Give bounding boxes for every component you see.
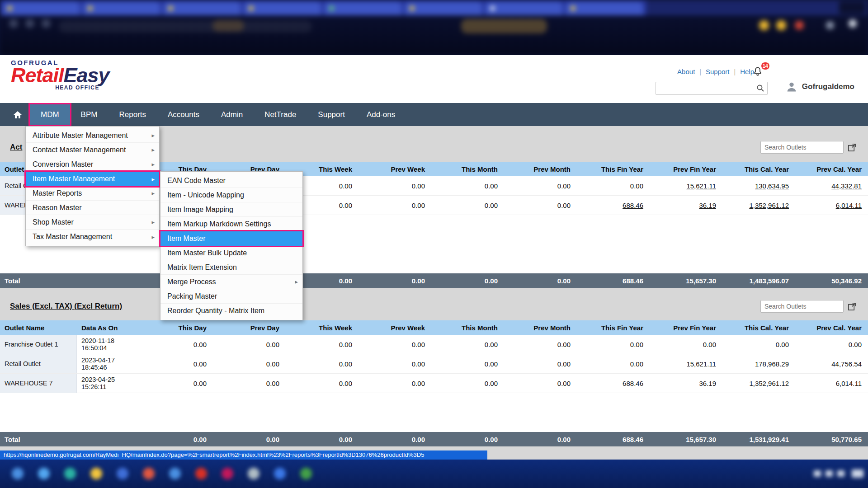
expand-icon[interactable] (848, 302, 856, 311)
toolbar-button[interactable] (826, 21, 834, 29)
column-header-this-fin-year[interactable]: This Fin Year (577, 165, 650, 173)
toolbar-button[interactable] (759, 20, 769, 30)
browser-profile-button[interactable] (839, 1, 865, 14)
nav-item-mdm[interactable]: MDM (30, 104, 70, 125)
taskbar-app-icon[interactable] (222, 468, 233, 479)
column-header-this-cal-year[interactable]: This Cal. Year (722, 324, 795, 332)
value-cell: 0.00 (431, 182, 504, 190)
nav-item-nettrade[interactable]: NetTrade (254, 104, 307, 125)
taskbar-tray-icon[interactable] (826, 470, 833, 477)
taskbar-app-icon[interactable] (38, 468, 50, 479)
value-cell[interactable]: 688.46 (577, 202, 650, 209)
menu-item-item-master-management[interactable]: Item Master Management▸ (26, 172, 159, 186)
browser-tab[interactable] (405, 2, 482, 15)
browser-tab[interactable] (244, 2, 321, 15)
menu-item-packing-master[interactable]: Packing Master (160, 289, 302, 304)
taskbar-app-icon[interactable] (90, 468, 102, 479)
browser-tab[interactable] (566, 2, 643, 15)
menu-item-attribute-master-management[interactable]: Attribute Master Management▸ (26, 128, 159, 143)
address-bar[interactable] (59, 21, 312, 33)
taskbar-tray-icon[interactable] (852, 469, 863, 478)
browser-tab[interactable] (3, 2, 80, 15)
value-cell[interactable]: 36.19 (650, 202, 722, 209)
section2-search-input[interactable] (760, 300, 844, 313)
nav-item-bpm[interactable]: BPM (70, 104, 108, 125)
nav-home-button[interactable] (5, 104, 30, 125)
nav-item-support[interactable]: Support (307, 104, 356, 125)
menu-item-master-reports[interactable]: Master Reports▸ (26, 186, 159, 201)
value-cell[interactable]: 15,621.11 (650, 182, 722, 190)
taskbar-tray-icon[interactable] (837, 470, 844, 477)
value-cell[interactable]: 6,014.11 (795, 202, 868, 209)
menu-item-conversion-master[interactable]: Conversion Master▸ (26, 157, 159, 172)
taskbar-app-icon[interactable] (169, 468, 181, 479)
toolbar-button[interactable] (849, 19, 857, 28)
browser-tab[interactable] (486, 2, 562, 15)
section1-search-input[interactable] (760, 141, 844, 154)
search-icon[interactable] (756, 84, 764, 92)
tab-favicon-icon (410, 6, 415, 11)
menu-item-ean-code-master[interactable]: EAN Code Master (160, 174, 302, 188)
column-header-prev-week[interactable]: Prev Week (359, 324, 431, 332)
column-header-this-week[interactable]: This Week (286, 324, 359, 332)
column-header-this-fin-year[interactable]: This Fin Year (577, 324, 650, 332)
menu-item-item-image-mapping[interactable]: Item Image Mapping (160, 202, 302, 217)
menu-item-item-unicode-mapping[interactable]: Item - Unicode Mapping (160, 188, 302, 202)
column-header-prev-month[interactable]: Prev Month (504, 165, 577, 173)
column-header-prev-month[interactable]: Prev Month (504, 324, 577, 332)
menu-item-shop-master[interactable]: Shop Master▸ (26, 215, 159, 230)
column-header-this-month[interactable]: This Month (431, 324, 504, 332)
menu-item-reorder-quantity-matrix-item[interactable]: Reorder Quantity - Matrix Item (160, 304, 302, 318)
column-header-prev-day[interactable]: Prev Day (213, 324, 286, 332)
nav-item-add-ons[interactable]: Add-ons (356, 104, 406, 125)
value-cell[interactable]: 130,634.95 (722, 182, 795, 190)
menu-item-item-markup-markdown-settings[interactable]: Item Markup Markdown Settings (160, 217, 302, 231)
column-header-prev-week[interactable]: Prev Week (359, 165, 431, 173)
toolbar-button[interactable] (42, 19, 51, 28)
expand-icon[interactable] (848, 143, 856, 152)
menu-item-reason-master[interactable]: Reason Master (26, 201, 159, 215)
toolbar-button[interactable] (795, 21, 804, 30)
menu-item-item-master[interactable]: Item Master (160, 231, 302, 246)
taskbar-app-icon[interactable] (195, 468, 207, 479)
menu-item-tax-master-management[interactable]: Tax Master Management▸ (26, 230, 159, 244)
taskbar-app-icon[interactable] (248, 468, 259, 479)
column-header-data-as-on[interactable]: Data As On (77, 324, 140, 332)
taskbar-app-icon[interactable] (143, 468, 155, 479)
menu-item-matrix-item-extension[interactable]: Matrix Item Extension (160, 260, 302, 275)
taskbar-app-icon[interactable] (117, 468, 128, 479)
browser-tab[interactable] (325, 2, 401, 15)
column-header-prev-fin-year[interactable]: Prev Fin Year (650, 165, 722, 173)
column-header-this-month[interactable]: This Month (431, 165, 504, 173)
menu-item-item-master-bulk-update[interactable]: Item Master Bulk Update (160, 246, 302, 260)
header-search-input[interactable] (656, 82, 768, 95)
column-header-prev-fin-year[interactable]: Prev Fin Year (650, 324, 722, 332)
header-link-support[interactable]: Support (706, 68, 730, 75)
nav-item-accounts[interactable]: Accounts (157, 104, 210, 125)
taskbar-app-icon[interactable] (12, 468, 24, 479)
browser-tab[interactable] (164, 2, 241, 15)
column-header-this-cal-year[interactable]: This Cal. Year (722, 165, 795, 173)
menu-item-merge-process[interactable]: Merge Process▸ (160, 275, 302, 289)
taskbar-app-icon[interactable] (300, 468, 312, 479)
column-header-prev-cal-year[interactable]: Prev Cal. Year (795, 165, 868, 173)
toolbar-button[interactable] (25, 19, 34, 28)
taskbar-app-icon[interactable] (64, 468, 76, 479)
column-header-this-day[interactable]: This Day (140, 324, 213, 332)
column-header-prev-cal-year[interactable]: Prev Cal. Year (795, 324, 868, 332)
nav-item-reports[interactable]: Reports (108, 104, 157, 125)
browser-tab[interactable] (83, 2, 160, 15)
header-link-about[interactable]: About (677, 68, 695, 75)
menu-item-contact-master-management[interactable]: Contact Master Management▸ (26, 143, 159, 157)
toolbar-button[interactable] (9, 19, 18, 28)
user-account[interactable]: Gofrugaldemo (785, 80, 854, 93)
total-value-cell: 0.00 (140, 436, 213, 443)
notification-bell[interactable]: 14 (752, 66, 764, 78)
toolbar-button[interactable] (776, 20, 786, 30)
value-cell[interactable]: 44,332.81 (795, 182, 868, 190)
nav-item-admin[interactable]: Admin (210, 104, 254, 125)
taskbar-tray-icon[interactable] (814, 470, 821, 477)
taskbar-app-icon[interactable] (274, 468, 286, 479)
value-cell[interactable]: 1,352,961.12 (722, 202, 795, 209)
column-header-outlet-name[interactable]: Outlet Name (0, 324, 77, 332)
